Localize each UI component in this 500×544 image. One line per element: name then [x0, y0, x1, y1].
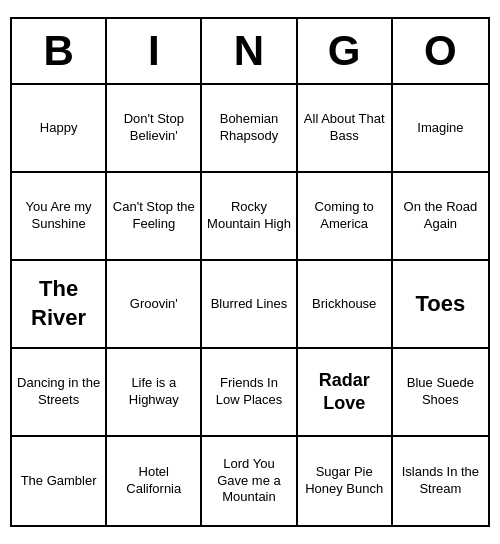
bingo-cell-15[interactable]: Dancing in the Streets — [12, 349, 107, 437]
bingo-header: BINGO — [12, 19, 488, 85]
bingo-cell-19[interactable]: Blue Suede Shoes — [393, 349, 488, 437]
bingo-cell-16[interactable]: Life is a Highway — [107, 349, 202, 437]
bingo-cell-9[interactable]: On the Road Again — [393, 173, 488, 261]
bingo-cell-3[interactable]: All About That Bass — [298, 85, 393, 173]
bingo-letter-i: I — [107, 19, 202, 83]
bingo-cell-14[interactable]: Toes — [393, 261, 488, 349]
bingo-cell-4[interactable]: Imagine — [393, 85, 488, 173]
bingo-letter-g: G — [298, 19, 393, 83]
bingo-cell-11[interactable]: Groovin' — [107, 261, 202, 349]
bingo-cell-21[interactable]: Hotel California — [107, 437, 202, 525]
bingo-grid: HappyDon't Stop Believin'Bohemian Rhapso… — [12, 85, 488, 525]
bingo-cell-1[interactable]: Don't Stop Believin' — [107, 85, 202, 173]
bingo-card: BINGO HappyDon't Stop Believin'Bohemian … — [10, 17, 490, 527]
bingo-cell-10[interactable]: The River — [12, 261, 107, 349]
bingo-cell-18[interactable]: Radar Love — [298, 349, 393, 437]
bingo-cell-12[interactable]: Blurred Lines — [202, 261, 297, 349]
bingo-cell-8[interactable]: Coming to America — [298, 173, 393, 261]
bingo-cell-22[interactable]: Lord You Gave me a Mountain — [202, 437, 297, 525]
bingo-letter-n: N — [202, 19, 297, 83]
bingo-cell-17[interactable]: Friends In Low Places — [202, 349, 297, 437]
bingo-cell-7[interactable]: Rocky Mountain High — [202, 173, 297, 261]
bingo-cell-2[interactable]: Bohemian Rhapsody — [202, 85, 297, 173]
bingo-letter-o: O — [393, 19, 488, 83]
bingo-cell-6[interactable]: Can't Stop the Feeling — [107, 173, 202, 261]
bingo-cell-0[interactable]: Happy — [12, 85, 107, 173]
bingo-cell-24[interactable]: Islands In the Stream — [393, 437, 488, 525]
bingo-cell-20[interactable]: The Gambler — [12, 437, 107, 525]
bingo-cell-5[interactable]: You Are my Sunshine — [12, 173, 107, 261]
bingo-cell-23[interactable]: Sugar Pie Honey Bunch — [298, 437, 393, 525]
bingo-letter-b: B — [12, 19, 107, 83]
bingo-cell-13[interactable]: Brickhouse — [298, 261, 393, 349]
